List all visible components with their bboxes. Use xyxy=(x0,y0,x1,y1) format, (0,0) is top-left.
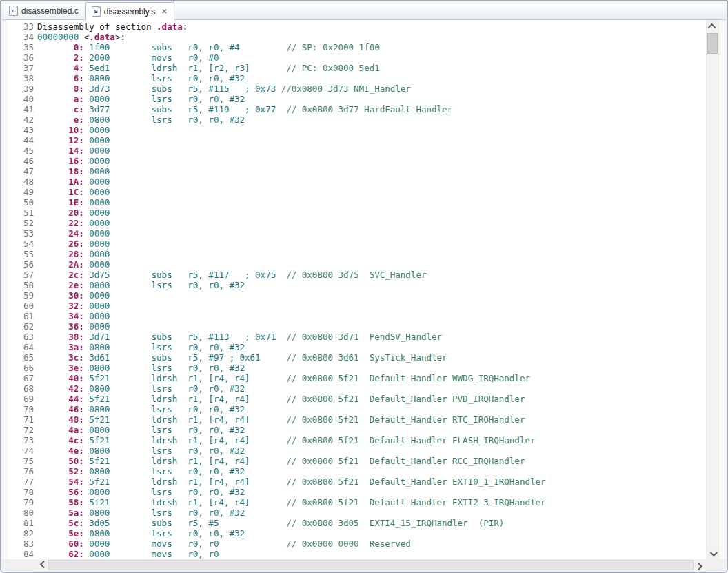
code-line-42[interactable]: 42 e: 0800 lsrs r0, r0, #32 xyxy=(8,114,706,125)
code-line-62[interactable]: 62 36: 0000 xyxy=(8,321,706,332)
line-number: 40 xyxy=(8,94,37,104)
code-line-48[interactable]: 48 1A: 0000 xyxy=(8,177,706,187)
line-text: 18: 0000 xyxy=(37,166,706,177)
code-line-53[interactable]: 53 24: 0000 xyxy=(8,228,706,239)
code-line-38[interactable]: 38 6: 0800 lsrs r0, r0, #32 xyxy=(8,73,706,83)
code-line-55[interactable]: 55 28: 0000 xyxy=(8,249,706,259)
code-line-57[interactable]: 57 2c: 3d75 subs r5, #117 ; 0x75 // 0x08… xyxy=(8,270,706,280)
code-line-66[interactable]: 66 3e: 0800 lsrs r0, r0, #32 xyxy=(8,363,706,373)
address: 62: xyxy=(37,549,84,559)
code-line-50[interactable]: 50 1E: 0000 xyxy=(8,197,706,208)
horizontal-scrollbar-thumb[interactable] xyxy=(48,560,694,570)
instruction: 3d05 subs r5, #5 xyxy=(84,518,219,528)
code-line-40[interactable]: 40 a: 0800 lsrs r0, r0, #32 xyxy=(8,94,706,104)
line-text: 58: 5f21 ldrsh r1, [r4, r4] // 0x0800 5f… xyxy=(37,497,706,507)
tab-disassembly.s[interactable]: Sdisassembly.s✕ xyxy=(85,2,174,20)
code-line-46[interactable]: 46 16: 0000 xyxy=(8,156,706,166)
code-line-63[interactable]: 63 38: 3d71 subs r5, #113 ; 0x71 // 0x08… xyxy=(8,332,706,342)
line-text: 4: 5ed1 ldrsh r1, [r2, r3] // PC: 0x0800… xyxy=(37,63,706,73)
line-text: 16: 0000 xyxy=(37,156,706,166)
horizontal-scrollbar[interactable] xyxy=(37,559,705,571)
code-line-39[interactable]: 39 8: 3d73 subs r5, #115 ; 0x73 //0x0800… xyxy=(8,83,706,94)
code-line-36[interactable]: 36 2: 2000 movs r0, #0 xyxy=(8,52,706,63)
address: 34: xyxy=(37,311,84,321)
scroll-down-button[interactable] xyxy=(707,547,718,559)
code-line-67[interactable]: 67 40: 5f21 ldrsh r1, [r4, r4] // 0x0800… xyxy=(8,373,706,383)
line-text: 2: 2000 movs r0, #0 xyxy=(37,52,706,63)
code-line-74[interactable]: 74 4e: 0800 lsrs r0, r0, #32 xyxy=(8,445,706,456)
annotation-ruler[interactable] xyxy=(2,20,8,559)
code-line-44[interactable]: 44 12: 0000 xyxy=(8,135,706,145)
address: 4c: xyxy=(37,435,84,445)
instruction: 0000 xyxy=(84,187,110,197)
code-line-54[interactable]: 54 26: 0000 xyxy=(8,239,706,249)
code-line-60[interactable]: 60 32: 0000 xyxy=(8,301,706,311)
instruction: 0800 lsrs r0, r0, #32 xyxy=(84,487,245,497)
comment: // 0x0000 0000 Reserved xyxy=(219,539,410,549)
s-file-icon: S xyxy=(92,6,101,17)
code-line-41[interactable]: 41 c: 3d77 subs r5, #119 ; 0x77 // 0x080… xyxy=(8,104,706,114)
code-line-75[interactable]: 75 50: 5f21 ldrsh r1, [r4, r4] // 0x0800… xyxy=(8,456,706,466)
line-number: 59 xyxy=(8,290,37,301)
code-line-77[interactable]: 77 54: 5f21 ldrsh r1, [r4, r4] // 0x0800… xyxy=(8,476,706,487)
vertical-scrollbar-track[interactable] xyxy=(707,54,718,547)
code-line-61[interactable]: 61 34: 0000 xyxy=(8,311,706,321)
code-line-83[interactable]: 83 60: 0000 movs r0, r0 // 0x0000 0000 R… xyxy=(8,539,706,549)
code-line-51[interactable]: 51 20: 0000 xyxy=(8,208,706,218)
code-line-43[interactable]: 43 10: 0000 xyxy=(8,125,706,135)
code-line-69[interactable]: 69 44: 5f21 ldrsh r1, [r4, r4] // 0x0800… xyxy=(8,394,706,404)
code-line-79[interactable]: 79 58: 5f21 ldrsh r1, [r4, r4] // 0x0800… xyxy=(8,497,706,507)
editor-tab-bar: cdisassembled.cSdisassembly.s✕ xyxy=(2,2,726,20)
code-line-78[interactable]: 78 56: 0800 lsrs r0, r0, #32 xyxy=(8,487,706,497)
line-text: 3a: 0800 lsrs r0, r0, #32 xyxy=(37,342,706,352)
code-line-80[interactable]: 80 5a: 0800 lsrs r0, r0, #32 xyxy=(8,507,706,518)
line-number: 64 xyxy=(8,342,37,352)
code-line-34[interactable]: 3400000000 <.data>: xyxy=(8,32,706,42)
line-text: e: 0800 lsrs r0, r0, #32 xyxy=(37,114,706,125)
code-line-72[interactable]: 72 4a: 0800 lsrs r0, r0, #32 xyxy=(8,425,706,435)
code-line-70[interactable]: 70 46: 0800 lsrs r0, r0, #32 xyxy=(8,404,706,414)
line-text: 3c: 3d61 subs r5, #97 ; 0x61 // 0x0800 3… xyxy=(37,352,706,363)
close-icon[interactable]: ✕ xyxy=(161,8,167,15)
line-text: 60: 0000 movs r0, r0 // 0x0000 0000 Rese… xyxy=(37,539,706,549)
code-line-35[interactable]: 35 0: 1f00 subs r0, r0, #4 // SP: 0x2000… xyxy=(8,42,706,52)
tab-disassembled.c[interactable]: cdisassembled.c xyxy=(3,2,85,19)
code-line-49[interactable]: 49 1C: 0000 xyxy=(8,187,706,197)
code-line-84[interactable]: 84 62: 0000 movs r0, r0 xyxy=(8,549,706,559)
scroll-right-button[interactable] xyxy=(694,559,705,571)
code-line-58[interactable]: 58 2e: 0800 lsrs r0, r0, #32 xyxy=(8,280,706,290)
line-text: 24: 0000 xyxy=(37,228,706,239)
address: 40: xyxy=(37,373,84,383)
line-number: 35 xyxy=(8,42,37,52)
code-line-59[interactable]: 59 30: 0000 xyxy=(8,290,706,301)
code-line-76[interactable]: 76 52: 0800 lsrs r0, r0, #32 xyxy=(8,466,706,476)
code-line-82[interactable]: 82 5e: 0800 lsrs r0, r0, #32 xyxy=(8,528,706,539)
code-line-37[interactable]: 37 4: 5ed1 ldrsh r1, [r2, r3] // PC: 0x0… xyxy=(8,63,706,73)
scroll-up-button[interactable] xyxy=(707,20,718,32)
code-line-71[interactable]: 71 48: 5f21 ldrsh r1, [r4, r4] // 0x0800… xyxy=(8,414,706,425)
code-line-47[interactable]: 47 18: 0000 xyxy=(8,166,706,177)
line-text: 46: 0800 lsrs r0, r0, #32 xyxy=(37,404,706,414)
instruction: 0000 xyxy=(84,156,110,166)
code-line-65[interactable]: 65 3c: 3d61 subs r5, #97 ; 0x61 // 0x080… xyxy=(8,352,706,363)
line-number: 77 xyxy=(8,476,37,487)
address: 18: xyxy=(37,166,84,177)
address: 3e: xyxy=(37,363,84,373)
vertical-scrollbar-thumb[interactable] xyxy=(707,33,718,54)
comment: //0x0800 3d73 NMI_Handler xyxy=(276,83,411,94)
chevron-down-icon xyxy=(709,548,717,556)
address: 0: xyxy=(37,42,84,52)
code-line-68[interactable]: 68 42: 0800 lsrs r0, r0, #32 xyxy=(8,383,706,394)
code-line-52[interactable]: 52 22: 0000 xyxy=(8,218,706,228)
line-text: 4a: 0800 lsrs r0, r0, #32 xyxy=(37,425,706,435)
vertical-scrollbar[interactable] xyxy=(706,20,718,559)
scroll-left-button[interactable] xyxy=(37,559,48,571)
code-line-73[interactable]: 73 4c: 5f21 ldrsh r1, [r4, r4] // 0x0800… xyxy=(8,435,706,445)
code-line-81[interactable]: 81 5c: 3d05 subs r5, #5 // 0x0800 3d05 E… xyxy=(8,518,706,528)
code-line-33[interactable]: 33Disassembly of section .data: xyxy=(8,21,706,32)
code-area[interactable]: 33Disassembly of section .data:340000000… xyxy=(8,20,706,559)
code-line-56[interactable]: 56 2A: 0000 xyxy=(8,259,706,270)
code-line-64[interactable]: 64 3a: 0800 lsrs r0, r0, #32 xyxy=(8,342,706,352)
line-number: 43 xyxy=(8,125,37,135)
code-line-45[interactable]: 45 14: 0000 xyxy=(8,145,706,156)
